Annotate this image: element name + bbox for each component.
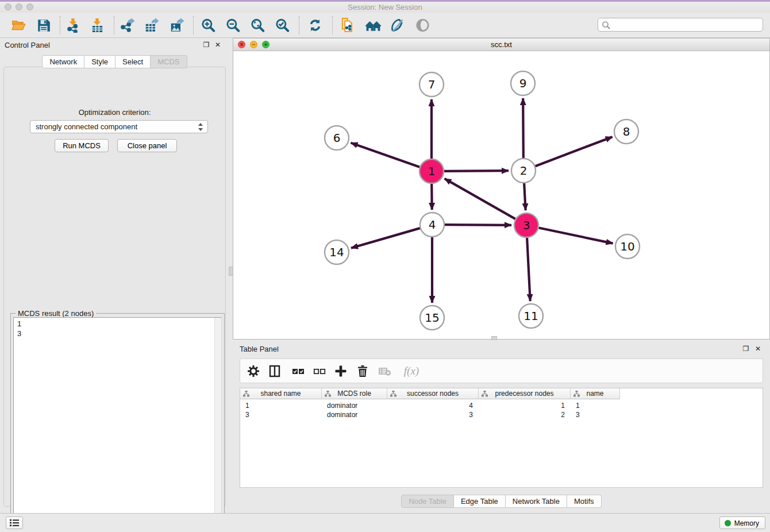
save-session-button[interactable] [34,16,55,35]
column-header-MCDS-role[interactable]: MCDS role [322,388,387,399]
cell-shared-name[interactable]: 3 [240,410,322,419]
result-scrollbar[interactable] [214,318,221,530]
run-mcds-button[interactable]: Run MCDS [55,139,109,152]
cell-successor-nodes[interactable]: 4 [387,401,479,410]
delete-columns-button[interactable] [354,363,371,379]
close-panel-icon[interactable]: ✕ [214,41,222,49]
zoom-selected-icon [275,18,290,33]
column-header-shared-name[interactable]: shared name [240,388,322,399]
tab-mcds[interactable]: MCDS [151,55,187,68]
refresh-icon [307,18,323,33]
create-column-button[interactable] [332,363,349,379]
node-table[interactable]: shared nameMCDS rolesuccessor nodesprede… [240,388,763,488]
column-header-predecessor-nodes[interactable]: predecessor nodes [479,388,571,399]
chevron-updown-icon [198,122,203,132]
export-network-button[interactable] [117,16,138,35]
unchecked-boxes-icon [313,364,326,378]
edge-4-14[interactable] [351,228,420,248]
zoom-out-button[interactable] [223,16,244,35]
table-settings-button[interactable] [245,363,262,379]
tab-network-table[interactable]: Network Table [506,495,567,508]
select-all-columns-button[interactable] [290,363,307,379]
home-button[interactable] [363,16,383,35]
edge-2-8[interactable] [536,137,613,166]
memory-button[interactable]: Memory [719,516,765,529]
tab-select[interactable]: Select [116,55,151,68]
cell-shared-name[interactable]: 1 [240,401,322,410]
edge-1-6[interactable] [351,143,420,167]
cell-name[interactable]: 3 [571,410,620,419]
cell-predecessor-nodes[interactable]: 1 [479,401,571,410]
export-image-icon [169,18,184,33]
control-panel-tabs: NetworkStyleSelectMCDS [0,55,229,68]
column-header-name[interactable]: name [571,388,620,399]
zoom-fit-button[interactable] [248,16,268,35]
tab-node-table[interactable]: Node Table [401,495,454,508]
import-network-icon [66,18,81,33]
tab-motifs[interactable]: Motifs [567,495,602,508]
criterion-selected-value: strongly connected component [36,122,137,131]
close-panel-button[interactable]: Close panel [117,139,177,152]
import-table-button[interactable] [87,16,108,35]
column-header-label: shared name [260,390,301,398]
close-table-panel-icon[interactable]: ✕ [754,345,762,353]
cell-MCDS-role[interactable]: dominator [322,401,387,410]
import-network-button[interactable] [63,16,84,35]
open-session-button[interactable] [9,16,29,35]
tab-network[interactable]: Network [42,55,84,68]
criterion-select[interactable]: strongly connected component [30,120,208,133]
edge-1-2[interactable] [444,171,509,171]
export-table-button[interactable] [141,16,162,35]
table-row[interactable]: 1dominator411 [240,401,763,410]
preview-button[interactable] [413,16,433,35]
graphics-details-button[interactable] [387,16,408,35]
cell-MCDS-role[interactable]: dominator [322,410,387,419]
table-panel-tabs: Node TableEdge TableNetwork TableMotifs [233,495,770,508]
edge-2-9[interactable] [523,98,523,158]
show-columns-button[interactable] [266,363,283,379]
cell-name[interactable]: 1 [571,401,620,410]
node-label-1: 1 [428,164,436,178]
list-icon [10,519,19,527]
tab-style[interactable]: Style [84,55,116,68]
column-header-successor-nodes[interactable]: successor nodes [387,388,479,399]
apply-layout-button[interactable] [305,16,326,35]
network-canvas[interactable]: 7968124314101511 [233,51,769,339]
search-input[interactable] [612,19,761,32]
edge-3-1[interactable] [445,179,515,219]
float-panel-icon[interactable]: ❐ [202,41,210,49]
edge-2-3[interactable] [524,183,525,210]
window-title: Session: New Session [0,3,770,11]
cell-predecessor-nodes[interactable]: 2 [479,410,571,419]
export-network-icon [120,18,135,33]
cell-successor-nodes[interactable]: 3 [387,410,479,419]
task-history-button[interactable] [6,516,23,529]
column-header-label: predecessor nodes [495,390,553,398]
clone-network-button[interactable] [337,16,358,35]
edge-3-11[interactable] [527,238,530,301]
network-view-titlebar[interactable]: × − + scc.txt [233,38,769,51]
tab-edge-table[interactable]: Edge Table [454,495,506,508]
toolbar-separator [193,16,194,34]
function-builder-button[interactable]: f(x) [399,363,424,379]
zoom-in-button[interactable] [198,16,219,35]
column-header-label: MCDS role [337,390,371,398]
edge-3-10[interactable] [539,228,613,244]
mcds-result-group: MCDS result (2 nodes) 1 3 [10,313,225,532]
checked-boxes-icon [291,364,305,378]
float-table-panel-icon[interactable]: ❐ [742,345,750,353]
table-row[interactable]: 3dominator323 [240,410,763,419]
column-type-icon [390,391,396,397]
unselect-all-columns-button[interactable] [311,363,328,379]
node-label-9: 9 [519,76,527,90]
edge-4-3[interactable] [445,225,511,225]
column-type-icon [482,391,488,397]
export-image-button[interactable] [167,16,187,35]
node-label-15: 15 [425,311,439,325]
zoom-selected-button[interactable] [272,16,293,35]
zoom-fit-icon [250,18,265,33]
network-bottom-splitter-handle[interactable] [491,336,497,340]
delete-table-button[interactable] [376,363,394,379]
toolbar-separator [299,16,299,34]
mcds-result-list[interactable]: 1 3 [13,317,222,530]
